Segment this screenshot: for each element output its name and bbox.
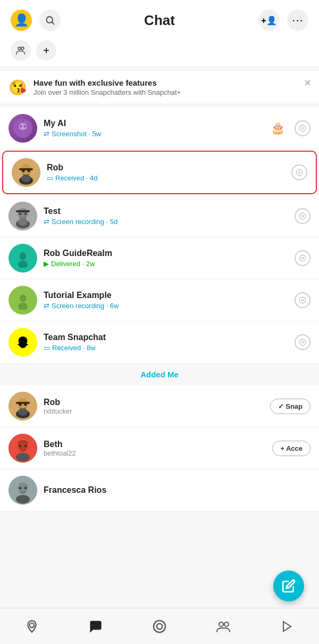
added-item-rob[interactable]: Rob rxbtucker ✓ Snap (0, 385, 319, 427)
more-options-button[interactable]: ··· (287, 10, 308, 31)
svg-point-27 (301, 215, 304, 217)
svg-point-3 (21, 47, 24, 49)
accept-button-beth[interactable]: + Acce (272, 441, 310, 456)
chat-item-tutorial-example[interactable]: Tutorial Example ⇄ Screen recording · 6w (0, 279, 319, 321)
add-friend-button[interactable]: +👤 (258, 10, 280, 31)
added-item-francesca[interactable]: Francesca Rios + Accept (0, 469, 319, 511)
francesca-avatar (9, 476, 37, 505)
bottom-nav (0, 608, 319, 644)
tutorial-example-camera-action[interactable] (295, 292, 310, 308)
svg-rect-9 (24, 122, 27, 123)
svg-point-42 (24, 403, 27, 406)
svg-point-18 (21, 175, 31, 182)
svg-point-44 (18, 408, 28, 416)
svg-point-33 (20, 294, 26, 302)
svg-point-21 (18, 208, 28, 219)
beth-avatar (9, 434, 37, 463)
chat-item-rob-guiderealm[interactable]: Rob GuideRealm ▶ Delivered · 2w (0, 237, 319, 279)
svg-point-7 (24, 126, 26, 128)
svg-point-5 (19, 123, 27, 131)
francesca-added-name: Francesca Rios (44, 485, 259, 495)
svg-marker-60 (283, 622, 291, 631)
chat-item-test[interactable]: Test ⇄ Screen recording · 5d (0, 195, 319, 237)
svg-point-31 (301, 257, 304, 259)
rob-added-avatar (9, 392, 37, 420)
beth-added-info: Beth bethtoal22 (44, 440, 266, 457)
header: 👤 Chat +👤 ··· (0, 0, 319, 36)
rob-camera-action[interactable] (291, 164, 307, 180)
new-chat-button[interactable]: + (36, 40, 56, 61)
test-sub-text: Screen recording · 5d (52, 218, 117, 226)
promo-subtitle: Join over 3 million Snapchatters with Sn… (33, 88, 181, 96)
rob-guiderealm-camera-action[interactable] (295, 250, 310, 266)
my-ai-info: My AI ⇄ Screenshot · 5w (44, 119, 264, 138)
chat-list: My AI ⇄ Screenshot · 5w 🎂 (0, 108, 319, 364)
nav-friends[interactable] (210, 613, 237, 640)
svg-rect-40 (16, 402, 30, 404)
svg-point-25 (18, 218, 28, 226)
tutorial-example-sub: ⇄ Screen recording · 6w (44, 302, 288, 310)
svg-point-10 (301, 127, 304, 129)
svg-point-57 (154, 620, 165, 632)
page-title: Chat (61, 12, 258, 29)
header-right: +👤 ··· (258, 10, 308, 31)
svg-point-15 (22, 170, 25, 172)
delivered-icon: ▶ (44, 260, 49, 268)
svg-point-49 (16, 453, 30, 461)
svg-point-22 (19, 213, 21, 215)
team-snapchat-avatar (9, 328, 37, 357)
tutorial-example-sub-text: Screen recording · 6w (52, 302, 119, 310)
chat-item-rob[interactable]: Rob ▭ Received · 4d (2, 151, 317, 194)
header-left: 👤 (11, 10, 61, 31)
tutorial-example-info: Tutorial Example ⇄ Screen recording · 6w (44, 291, 288, 310)
team-snapchat-name: Team Snapchat (44, 333, 288, 342)
svg-point-53 (24, 487, 27, 489)
svg-line-1 (52, 22, 54, 24)
promo-banner: 😘 Have fun with exclusive features Join … (0, 70, 319, 104)
rob-added-info: Rob rxbtucker (44, 398, 264, 415)
my-ai-sub: ⇄ Screenshot · 5w (44, 130, 264, 138)
svg-point-19 (298, 171, 300, 174)
svg-point-2 (18, 47, 21, 49)
nav-camera[interactable] (146, 613, 173, 640)
team-snapchat-sub-text: Received · 8w (52, 344, 96, 352)
nav-chat[interactable] (82, 613, 109, 640)
my-ai-name: My AI (44, 119, 264, 128)
chat-item-my-ai[interactable]: My AI ⇄ Screenshot · 5w 🎂 (0, 108, 319, 150)
added-item-beth[interactable]: Beth bethtoal22 + Acce (0, 427, 319, 469)
tutorial-example-name: Tutorial Example (44, 291, 288, 300)
svg-rect-14 (19, 168, 33, 170)
svg-point-47 (19, 445, 21, 447)
rob-guiderealm-info: Rob GuideRealm ▶ Delivered · 2w (44, 249, 288, 268)
groups-button[interactable] (11, 40, 31, 61)
nav-discover[interactable] (274, 613, 300, 640)
promo-close-button[interactable]: ✕ (304, 77, 312, 89)
screen-rec-icon2: ⇄ (44, 302, 49, 310)
my-ai-camera-action[interactable] (295, 120, 310, 136)
team-snapchat-camera-action[interactable] (295, 334, 310, 350)
svg-point-54 (16, 495, 30, 503)
user-avatar[interactable]: 👤 (11, 10, 32, 31)
tutorial-example-avatar (9, 286, 37, 315)
rob-guiderealm-name: Rob GuideRealm (44, 249, 288, 258)
compose-fab[interactable] (273, 571, 304, 601)
svg-point-16 (28, 170, 30, 172)
promo-title: Have fun with exclusive features (33, 78, 181, 87)
svg-point-51 (18, 482, 28, 493)
nav-map[interactable] (19, 613, 45, 640)
rob-name: Rob (47, 163, 285, 172)
team-snapchat-info: Team Snapchat ▭ Received · 8w (44, 333, 288, 352)
snap-button-rob[interactable]: ✓ Snap (270, 399, 310, 414)
rob-avatar (12, 158, 40, 187)
chat-item-team-snapchat[interactable]: Team Snapchat ▭ Received · 8w (0, 321, 319, 364)
svg-rect-26 (16, 210, 30, 212)
test-camera-action[interactable] (295, 208, 310, 224)
svg-rect-8 (19, 122, 22, 123)
received-icon2: ▭ (44, 344, 50, 352)
added-me-label: Added Me (0, 364, 319, 382)
test-info: Test ⇄ Screen recording · 5d (44, 207, 288, 226)
svg-point-35 (301, 299, 304, 301)
search-button[interactable] (39, 10, 61, 31)
rob-info: Rob ▭ Received · 4d (47, 163, 285, 182)
beth-added-name: Beth (44, 440, 266, 449)
